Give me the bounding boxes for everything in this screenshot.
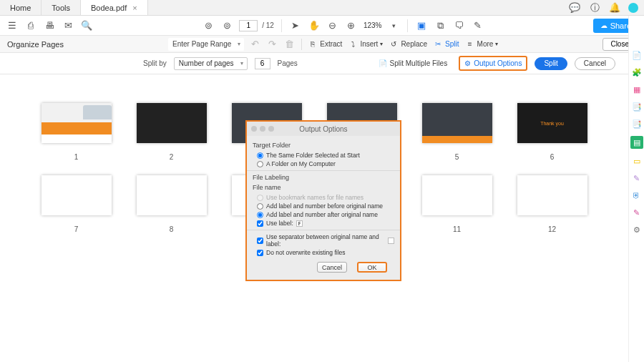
combine-icon[interactable]: 📑 [632, 119, 642, 129]
radio-label-after[interactable]: Add label and number after original name [257, 211, 394, 218]
page-thumb[interactable] [517, 175, 587, 215]
tab-tools[interactable]: Tools [42, 0, 81, 15]
page-thumb[interactable] [137, 175, 207, 215]
edit-pdf-icon[interactable]: 🧩 [632, 67, 642, 77]
file-labeling-heading: File Labeling [253, 174, 394, 181]
rotate-ccw-icon[interactable]: ↶ [248, 38, 261, 51]
page-number: 12 [512, 225, 592, 233]
split-by-label: Split by [143, 59, 167, 67]
more-tools-icon[interactable]: ✎ [632, 207, 642, 217]
organize-title: Organize Pages [7, 40, 64, 49]
fit-width-icon[interactable]: ▣ [415, 19, 428, 32]
radio-my-computer[interactable]: A Folder on My Computer [257, 160, 394, 167]
zoom-in-icon[interactable]: ⊕ [345, 19, 358, 32]
check-use-label[interactable]: Use label: [257, 220, 394, 227]
page-number: 11 [416, 225, 497, 233]
output-options-link[interactable]: ⚙Output Options [459, 56, 527, 71]
tab-strip: Home Tools Bodea.pdf× 💬 ⓘ 🔔 [0, 0, 644, 16]
split-count-input[interactable] [255, 58, 270, 69]
separator-input[interactable] [388, 238, 394, 244]
stamp-icon[interactable]: ▭ [632, 156, 642, 166]
pointer-icon[interactable]: ➤ [289, 19, 302, 32]
mail-icon[interactable]: ✉ [62, 19, 74, 32]
right-rail: 📄 🧩 ▦ 📑 📑 ▤ ▭ ✎ ⛨ ✎ ⚙ [628, 16, 644, 362]
split-button[interactable]: ✂Split [433, 39, 459, 49]
tab-document[interactable]: Bodea.pdf× [81, 0, 148, 15]
page-up-icon[interactable]: ⊚ [202, 19, 215, 32]
radio-label-before[interactable]: Add label and number before original nam… [257, 202, 394, 210]
target-folder-heading: Target Folder [253, 142, 394, 149]
split-cancel-button[interactable]: Cancel [575, 57, 615, 70]
split-multiple-link[interactable]: 📄Split Multiple Files [374, 57, 452, 69]
page-thumb[interactable] [422, 175, 492, 215]
organize-icon[interactable]: ▤ [630, 136, 643, 149]
avatar[interactable] [628, 3, 638, 13]
page-number: 6 [512, 153, 592, 161]
fill-sign-icon[interactable]: ✎ [632, 173, 642, 183]
rotate-cw-icon[interactable]: ↷ [265, 38, 278, 51]
more-dropdown[interactable]: ≡More▾ [465, 39, 499, 49]
zoom-level[interactable]: 123% [364, 21, 382, 29]
read-aloud-icon[interactable]: 🗨 [452, 19, 465, 32]
protect-icon[interactable]: ⛨ [632, 190, 642, 200]
pages-label: Pages [278, 59, 298, 67]
output-options-dialog: Output Options Target Folder The Same Fo… [245, 120, 401, 281]
main-toolbar: ☰ ⎙ 🖶 ✉ 🔍 ⊚ ⊚ / 12 ➤ ✋ ⊖ ⊕ 123% ▾ ▣ ⧉ 🗨 … [0, 16, 644, 36]
page-thumb[interactable] [422, 103, 492, 143]
page-range-dropdown[interactable]: Enter Page Range [168, 38, 244, 51]
split-mode-dropdown[interactable]: Number of pages [174, 57, 248, 70]
radio-use-bookmarks: Use bookmark names for file names [257, 194, 394, 201]
page-number-input[interactable] [239, 20, 258, 31]
search-icon[interactable]: 🔍 [80, 19, 93, 32]
dialog-ok-button[interactable]: OK [357, 262, 387, 273]
page-thumb[interactable] [42, 175, 112, 215]
tools-icon[interactable]: ⚙ [632, 225, 642, 235]
radio-same-folder[interactable]: The Same Folder Selected at Start [257, 152, 394, 159]
page-number: 7 [36, 225, 117, 233]
page-number: 8 [131, 225, 212, 233]
sidebar-toggle-icon[interactable]: ☰ [6, 19, 19, 32]
organize-bar: Organize Pages Enter Page Range ↶ ↷ 🗑 ⎘E… [0, 36, 644, 53]
page-thumb[interactable] [42, 103, 112, 143]
comment-icon[interactable]: 📑 [632, 102, 642, 112]
help-icon[interactable]: ⓘ [588, 1, 601, 14]
trash-icon[interactable]: 🗑 [283, 38, 296, 51]
sign-icon[interactable]: ✎ [471, 19, 484, 32]
chat-icon[interactable]: 💬 [568, 1, 581, 14]
save-icon[interactable]: ⎙ [24, 19, 37, 32]
hand-icon[interactable]: ✋ [308, 19, 321, 32]
print-icon[interactable]: 🖶 [43, 19, 56, 32]
zoom-out-icon[interactable]: ⊖ [326, 19, 339, 32]
bell-icon[interactable]: 🔔 [608, 1, 621, 14]
replace-button[interactable]: ↺Replace [389, 39, 427, 49]
tab-home[interactable]: Home [0, 0, 42, 15]
check-no-overwrite[interactable]: Do not overwrite existing files [257, 249, 394, 256]
view-mode-icon[interactable]: ⧉ [434, 19, 447, 32]
file-name-heading: File name [253, 184, 394, 191]
split-subbar: Split by Number of pages Pages 📄Split Mu… [0, 53, 644, 74]
export-pdf-icon[interactable]: 📄 [632, 50, 642, 60]
extract-button[interactable]: ⎘Extract [308, 39, 342, 49]
insert-button[interactable]: ⤵Insert▾ [348, 39, 383, 49]
dialog-title: Output Options [247, 125, 400, 133]
page-number: 5 [416, 153, 497, 161]
dialog-cancel-button[interactable]: Cancel [317, 262, 347, 273]
check-use-separator[interactable]: Use separator between original name and … [257, 233, 394, 248]
close-tab-icon[interactable]: × [132, 4, 137, 12]
split-confirm-button[interactable]: Split [535, 57, 567, 70]
create-pdf-icon[interactable]: ▦ [632, 84, 642, 94]
page-thumb[interactable] [137, 103, 207, 143]
label-text-input[interactable] [296, 220, 303, 227]
page-down-icon[interactable]: ⊚ [220, 19, 233, 32]
page-number: 2 [131, 153, 212, 161]
page-thumb[interactable]: Thank you [517, 103, 587, 143]
chevron-down-icon[interactable]: ▾ [387, 19, 400, 32]
page-total: / 12 [262, 21, 274, 29]
page-number: 1 [36, 153, 117, 161]
dialog-titlebar[interactable]: Output Options [247, 122, 400, 136]
